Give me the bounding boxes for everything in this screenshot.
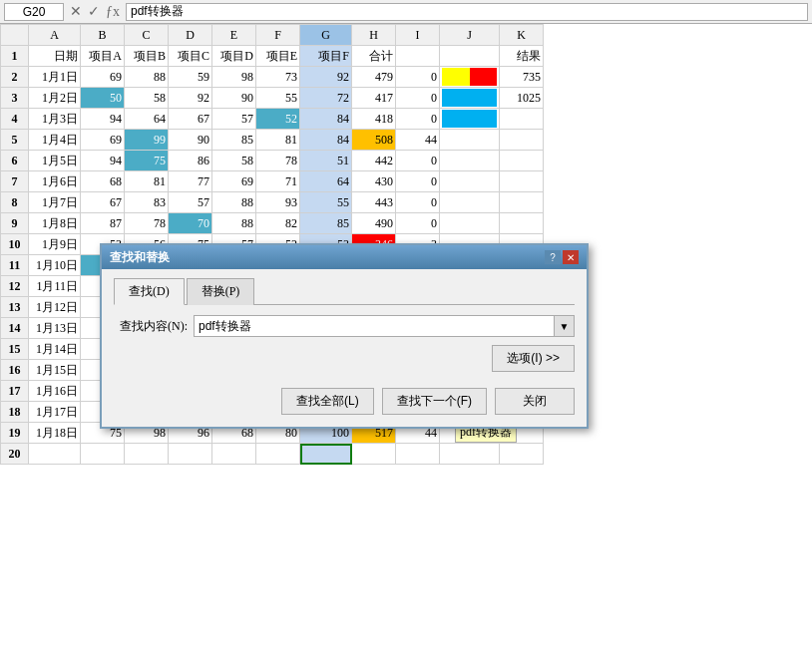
row-header-17[interactable]: 17 [1, 381, 29, 402]
cell-i2[interactable]: 0 [396, 67, 440, 88]
row-header-13[interactable]: 13 [1, 297, 29, 318]
cell-k20[interactable] [500, 444, 544, 465]
col-header-B[interactable]: B [81, 25, 125, 46]
cell-h2[interactable]: 479 [352, 67, 396, 88]
col-header-D[interactable]: D [169, 25, 212, 46]
cell-i3[interactable]: 0 [396, 88, 440, 109]
col-header-I[interactable]: I [396, 25, 440, 46]
row-header-15[interactable]: 15 [1, 339, 29, 360]
formula-input[interactable] [126, 3, 808, 21]
cell-i5[interactable]: 44 [396, 130, 440, 151]
cell-d9[interactable]: 70 [169, 213, 212, 234]
cell-j1[interactable] [440, 46, 500, 67]
cell-c2[interactable]: 88 [125, 67, 169, 88]
cell-a10[interactable]: 1月9日 [29, 234, 81, 255]
cell-d6[interactable]: 86 [169, 151, 212, 171]
cell-k1[interactable]: 结果 [500, 46, 544, 67]
cell-e2[interactable]: 98 [212, 67, 256, 88]
close-button[interactable]: 关闭 [495, 388, 575, 415]
col-header-E[interactable]: E [212, 25, 256, 46]
cell-a9[interactable]: 1月8日 [29, 213, 81, 234]
cell-a3[interactable]: 1月2日 [29, 88, 81, 109]
cell-d20[interactable] [169, 444, 212, 465]
cell-e5[interactable]: 85 [212, 130, 256, 151]
cell-e8[interactable]: 88 [212, 192, 256, 213]
row-header-12[interactable]: 12 [1, 276, 29, 297]
row-header-1[interactable]: 1 [1, 46, 29, 67]
cell-d7[interactable]: 77 [169, 171, 212, 192]
options-button[interactable]: 选项(I) >> [492, 345, 575, 372]
cell-d4[interactable]: 67 [169, 109, 212, 130]
cell-b3[interactable]: 50 [81, 88, 125, 109]
cell-a4[interactable]: 1月3日 [29, 109, 81, 130]
cell-h20[interactable] [352, 444, 396, 465]
cell-a15[interactable]: 1月14日 [29, 339, 81, 360]
cell-e20[interactable] [212, 444, 256, 465]
cell-k8[interactable] [500, 192, 544, 213]
cell-i1[interactable] [396, 46, 440, 67]
cell-b9[interactable]: 87 [81, 213, 125, 234]
row-header-14[interactable]: 14 [1, 318, 29, 339]
cell-b6[interactable]: 94 [81, 151, 125, 171]
cell-c9[interactable]: 78 [125, 213, 169, 234]
cell-j20[interactable] [440, 444, 500, 465]
cell-d2[interactable]: 59 [169, 67, 212, 88]
row-header-4[interactable]: 4 [1, 109, 29, 130]
cell-h1[interactable]: 合计 [352, 46, 396, 67]
row-header-5[interactable]: 5 [1, 130, 29, 151]
col-header-C[interactable]: C [125, 25, 169, 46]
cell-g1[interactable]: 项目F [300, 46, 352, 67]
row-header-16[interactable]: 16 [1, 360, 29, 381]
cell-c8[interactable]: 83 [125, 192, 169, 213]
tab-find[interactable]: 查找(D) [114, 278, 185, 305]
cell-c4[interactable]: 64 [125, 109, 169, 130]
col-header-K[interactable]: K [500, 25, 544, 46]
col-header-F[interactable]: F [256, 25, 300, 46]
row-header-3[interactable]: 3 [1, 88, 29, 109]
find-next-button[interactable]: 查找下一个(F) [382, 388, 487, 415]
cell-a17[interactable]: 1月16日 [29, 381, 81, 402]
cell-d8[interactable]: 57 [169, 192, 212, 213]
row-header-2[interactable]: 2 [1, 67, 29, 88]
dialog-help-button[interactable]: ? [545, 250, 561, 264]
find-dropdown-button[interactable]: ▼ [555, 315, 575, 337]
cell-b1[interactable]: 项目A [81, 46, 125, 67]
cell-h3[interactable]: 417 [352, 88, 396, 109]
cell-k2[interactable]: 735 [500, 67, 544, 88]
function-icon[interactable]: ƒx [104, 4, 122, 20]
row-header-10[interactable]: 10 [1, 234, 29, 255]
cell-i9[interactable]: 0 [396, 213, 440, 234]
cell-g9[interactable]: 85 [300, 213, 352, 234]
cell-g3[interactable]: 72 [300, 88, 352, 109]
cell-e4[interactable]: 57 [212, 109, 256, 130]
cell-k3[interactable]: 1025 [500, 88, 544, 109]
cell-e6[interactable]: 58 [212, 151, 256, 171]
find-input[interactable] [194, 315, 555, 337]
cell-f9[interactable]: 82 [256, 213, 300, 234]
cell-d1[interactable]: 项目C [169, 46, 212, 67]
cell-k6[interactable] [500, 151, 544, 171]
cell-h6[interactable]: 442 [352, 151, 396, 171]
cell-c6[interactable]: 75 [125, 151, 169, 171]
cell-e1[interactable]: 项目D [212, 46, 256, 67]
cell-j3[interactable] [440, 88, 500, 109]
cell-f20[interactable] [256, 444, 300, 465]
cell-g6[interactable]: 51 [300, 151, 352, 171]
cell-reference-box[interactable] [4, 3, 64, 21]
cell-h7[interactable]: 430 [352, 171, 396, 192]
row-header-7[interactable]: 7 [1, 171, 29, 192]
cell-b20[interactable] [81, 444, 125, 465]
cell-f1[interactable]: 项目E [256, 46, 300, 67]
row-header-9[interactable]: 9 [1, 213, 29, 234]
col-header-J[interactable]: J [440, 25, 500, 46]
cell-k9[interactable] [500, 213, 544, 234]
col-header-H[interactable]: H [352, 25, 396, 46]
cell-a14[interactable]: 1月13日 [29, 318, 81, 339]
row-header-20[interactable]: 20 [1, 444, 29, 465]
dialog-close-x-button[interactable]: ✕ [563, 250, 579, 264]
cell-f5[interactable]: 81 [256, 130, 300, 151]
cell-i8[interactable]: 0 [396, 192, 440, 213]
cell-a7[interactable]: 1月6日 [29, 171, 81, 192]
cell-b2[interactable]: 69 [81, 67, 125, 88]
cell-b4[interactable]: 94 [81, 109, 125, 130]
